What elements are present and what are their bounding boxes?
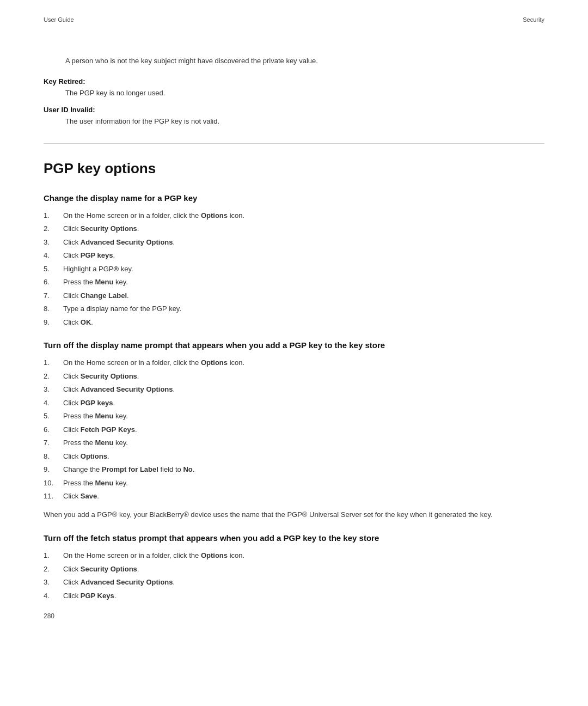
list-item: 8.Type a display name for the PGP key. [44, 303, 544, 314]
intro-text: A person who is not the key subject migh… [65, 56, 544, 66]
subsection-note: When you add a PGP® key, your BlackBerry… [44, 509, 544, 521]
step-list: 1.On the Home screen or in a folder, cli… [44, 357, 544, 502]
list-item: 3.Click Advanced Security Options. [44, 577, 544, 588]
step-number: 6. [44, 424, 63, 435]
list-item: 2.Click Security Options. [44, 223, 544, 234]
step-list: 1.On the Home screen or in a folder, cli… [44, 550, 544, 601]
list-item: 9.Click OK. [44, 317, 544, 328]
step-number: 5. [44, 411, 63, 422]
term-description: The PGP key is no longer used. [65, 88, 544, 99]
step-number: 1. [44, 550, 63, 561]
step-content: Click Security Options. [63, 371, 544, 382]
step-content: Click Advanced Security Options. [63, 577, 544, 588]
step-number: 2. [44, 564, 63, 575]
term-label: User ID Invalid: [44, 106, 544, 114]
list-item: 5.Press the Menu key. [44, 411, 544, 422]
step-number: 4. [44, 398, 63, 409]
step-number: 3. [44, 384, 63, 395]
list-item: 1.On the Home screen or in a folder, cli… [44, 357, 544, 368]
list-item: 8.Click Options. [44, 451, 544, 462]
page-container: User Guide Security A person who is not … [0, 0, 588, 636]
subsection: Turn off the display name prompt that ap… [44, 340, 544, 520]
step-number: 8. [44, 303, 63, 314]
step-content: Click Change Label. [63, 290, 544, 301]
step-content: Press the Menu key. [63, 277, 544, 288]
term-section: Key Retired:The PGP key is no longer use… [44, 77, 544, 99]
subsection-title: Turn off the fetch status prompt that ap… [44, 533, 544, 543]
section-divider [44, 143, 544, 144]
list-item: 11.Click Save. [44, 491, 544, 502]
step-number: 3. [44, 577, 63, 588]
page-header: User Guide Security [44, 16, 544, 23]
step-number: 1. [44, 357, 63, 368]
list-item: 1.On the Home screen or in a folder, cli… [44, 210, 544, 221]
list-item: 3.Click Advanced Security Options. [44, 237, 544, 248]
step-content: Change the Prompt for Label field to No. [63, 464, 544, 475]
terms-container: Key Retired:The PGP key is no longer use… [44, 77, 544, 127]
list-item: 4.Click PGP keys. [44, 250, 544, 261]
list-item: 4.Click PGP keys. [44, 398, 544, 409]
step-content: Click Fetch PGP Keys. [63, 424, 544, 435]
list-item: 7.Press the Menu key. [44, 437, 544, 448]
step-number: 7. [44, 290, 63, 301]
step-content: On the Home screen or in a folder, click… [63, 210, 544, 221]
list-item: 3.Click Advanced Security Options. [44, 384, 544, 395]
step-content: Click PGP keys. [63, 250, 544, 261]
step-content: Press the Menu key. [63, 478, 544, 489]
list-item: 5.Highlight a PGP® key. [44, 264, 544, 275]
subsection-title: Turn off the display name prompt that ap… [44, 340, 544, 350]
step-content: Type a display name for the PGP key. [63, 303, 544, 314]
term-description: The user information for the PGP key is … [65, 116, 544, 127]
step-content: Click Security Options. [63, 564, 544, 575]
page-number: 280 [44, 612, 54, 620]
step-number: 1. [44, 210, 63, 221]
step-number: 2. [44, 223, 63, 234]
step-content: On the Home screen or in a folder, click… [63, 357, 544, 368]
list-item: 6.Click Fetch PGP Keys. [44, 424, 544, 435]
subsections-container: Change the display name for a PGP key1.O… [44, 193, 544, 601]
step-number: 10. [44, 478, 63, 489]
subsection: Turn off the fetch status prompt that ap… [44, 533, 544, 601]
step-list: 1.On the Home screen or in a folder, cli… [44, 210, 544, 328]
list-item: 2.Click Security Options. [44, 564, 544, 575]
step-number: 11. [44, 491, 63, 502]
step-number: 3. [44, 237, 63, 248]
step-number: 8. [44, 451, 63, 462]
step-content: Click Security Options. [63, 223, 544, 234]
step-content: Click PGP Keys. [63, 591, 544, 601]
list-item: 7.Click Change Label. [44, 290, 544, 301]
step-content: Click PGP keys. [63, 398, 544, 409]
step-number: 2. [44, 371, 63, 382]
step-content: Press the Menu key. [63, 437, 544, 448]
list-item: 6.Press the Menu key. [44, 277, 544, 288]
step-content: Click Advanced Security Options. [63, 384, 544, 395]
header-right: Security [523, 16, 544, 23]
step-number: 5. [44, 264, 63, 275]
step-number: 4. [44, 591, 63, 601]
step-number: 7. [44, 437, 63, 448]
header-left: User Guide [44, 16, 74, 23]
step-number: 4. [44, 250, 63, 261]
step-content: Click OK. [63, 317, 544, 328]
step-content: Click Advanced Security Options. [63, 237, 544, 248]
step-content: On the Home screen or in a folder, click… [63, 550, 544, 561]
step-content: Press the Menu key. [63, 411, 544, 422]
list-item: 1.On the Home screen or in a folder, cli… [44, 550, 544, 561]
step-number: 9. [44, 464, 63, 475]
section-title: PGP key options [44, 160, 544, 177]
list-item: 2.Click Security Options. [44, 371, 544, 382]
step-content: Highlight a PGP® key. [63, 264, 544, 275]
term-section: User ID Invalid:The user information for… [44, 106, 544, 127]
step-content: Click Options. [63, 451, 544, 462]
step-number: 9. [44, 317, 63, 328]
term-label: Key Retired: [44, 77, 544, 86]
step-content: Click Save. [63, 491, 544, 502]
list-item: 9.Change the Prompt for Label field to N… [44, 464, 544, 475]
subsection: Change the display name for a PGP key1.O… [44, 193, 544, 328]
list-item: 10.Press the Menu key. [44, 478, 544, 489]
subsection-title: Change the display name for a PGP key [44, 193, 544, 203]
step-number: 6. [44, 277, 63, 288]
list-item: 4.Click PGP Keys. [44, 591, 544, 601]
